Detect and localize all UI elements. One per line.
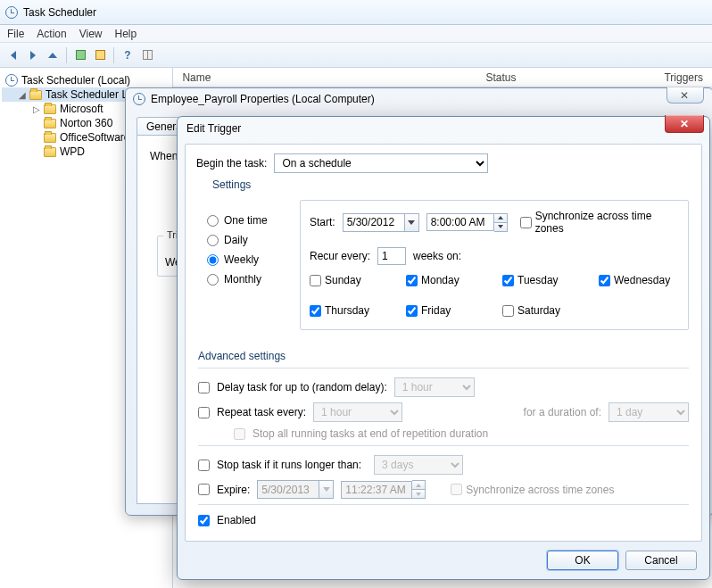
arrow-left-icon [11,51,16,60]
menu-view[interactable]: View [79,28,103,40]
recur-label: Recur every: [310,250,370,262]
repeat-label: Repeat task every: [217,406,306,418]
app-icon [5,6,18,19]
action-icon-1[interactable] [72,47,88,63]
day-sunday[interactable] [310,275,321,286]
settings-label: Settings [212,178,691,191]
repeat-checkbox[interactable] [198,407,210,418]
cancel-label: Cancel [644,554,677,567]
days-of-week: Sunday Monday Tuesday Wednesday Thursday… [310,274,679,317]
day-wednesday[interactable] [599,275,610,286]
radio-weekly-label: Weekly [224,253,259,266]
window-title: Task Scheduler [23,6,96,19]
clock-icon [133,93,145,105]
divider [198,504,689,505]
up-button[interactable] [45,47,61,63]
edit-close-button[interactable]: ✕ [665,115,704,133]
back-button[interactable] [5,47,21,63]
cancel-button[interactable]: Cancel [625,551,697,570]
day-saturday[interactable] [502,305,514,317]
list-header: Name Status Triggers [173,68,712,87]
start-time-input[interactable] [426,213,494,231]
day-tuesday-label: Tuesday [517,274,559,286]
col-triggers[interactable]: Triggers [664,71,703,84]
col-name[interactable]: Name [182,71,360,84]
divider [198,368,689,369]
radio-daily[interactable] [207,235,219,246]
radio-weekly[interactable] [207,254,219,266]
edit-trigger-title: Edit Trigger [186,122,241,135]
time-spinner[interactable] [494,213,508,232]
sync-tz-label: Synchronize across time zones [535,210,679,235]
day-friday-label: Friday [421,304,451,317]
square-green-icon [76,50,86,60]
start-date-field[interactable] [343,213,419,232]
spin-down-icon [416,493,421,496]
col-status[interactable]: Status [485,71,539,84]
expire-sync-label: Synchronize across time zones [466,484,614,496]
help-button[interactable]: ? [120,47,136,63]
start-label: Start: [310,216,335,228]
duration-select: 1 day [609,402,689,422]
enabled-checkbox[interactable] [198,515,210,526]
start-date-input[interactable] [344,214,404,231]
day-friday[interactable] [406,305,418,317]
recur-suffix: weeks on: [413,250,461,262]
properties-titlebar[interactable]: Employee_Payroll Properties (Local Compu… [126,88,712,110]
advanced-label: Advanced settings [198,350,689,362]
clock-icon [5,74,18,87]
date-dropdown-icon [319,481,333,498]
delay-checkbox[interactable] [198,382,210,393]
radio-monthly[interactable] [207,274,219,286]
day-thursday[interactable] [310,305,321,317]
columns-icon [143,50,153,60]
date-dropdown-icon[interactable] [404,214,418,231]
edit-trigger-dialog: Edit Trigger ✕ Begin the task: On a sche… [177,116,710,580]
tree-root[interactable]: Task Scheduler (Local) [2,73,170,87]
tree-item-label: Norton 360 [60,117,112,129]
day-wednesday-label: Wednesday [614,274,670,286]
expander-icon[interactable]: ▷ [32,105,40,113]
properties-close-button[interactable]: ✕ [666,87,704,104]
folder-icon [44,133,56,143]
delay-label: Delay task for up to (random delay): [217,381,387,393]
menu-help[interactable]: Help [115,28,137,40]
tree-item-label: OfficeSoftware [60,131,129,144]
menu-action[interactable]: Action [37,28,66,40]
recur-input[interactable] [377,247,406,265]
folder-icon [29,90,42,100]
arrow-up-icon [48,53,57,58]
forward-button[interactable] [25,47,41,63]
edit-trigger-titlebar[interactable]: Edit Trigger [178,117,709,140]
tree-library-label: Task Scheduler Lib [46,88,136,101]
begin-task-select[interactable]: On a schedule [274,153,488,173]
expire-checkbox[interactable] [198,484,210,495]
ok-button[interactable]: OK [547,551,618,570]
day-monday-label: Monday [421,274,459,286]
chevron-down-icon [323,487,330,492]
action-icon-2[interactable] [92,47,108,63]
tree-root-label: Task Scheduler (Local) [21,74,130,87]
expander-icon[interactable]: ◢ [18,91,26,99]
day-tuesday[interactable] [502,275,514,286]
columns-button[interactable] [139,47,155,63]
menu-file[interactable]: File [7,28,24,40]
sync-tz-checkbox[interactable] [520,217,532,228]
folder-icon [44,147,56,157]
square-icon [95,50,105,60]
toolbar: ? [0,43,712,68]
stop-long-label: Stop task if it runs longer than: [217,459,361,471]
stop-long-select: 3 days [374,455,463,475]
chevron-down-icon [408,220,415,225]
close-icon: ✕ [680,118,689,130]
spin-up-icon [416,484,421,487]
day-monday[interactable] [406,275,418,286]
expire-time-input [341,481,412,499]
spin-up-icon [498,216,503,219]
folder-icon [44,104,56,114]
repeat-select: 1 hour [313,402,402,422]
radio-one-time[interactable] [207,215,219,227]
day-thursday-label: Thursday [325,304,369,317]
stop-long-checkbox[interactable] [198,460,210,471]
tree-item-label: Microsoft [60,103,103,115]
